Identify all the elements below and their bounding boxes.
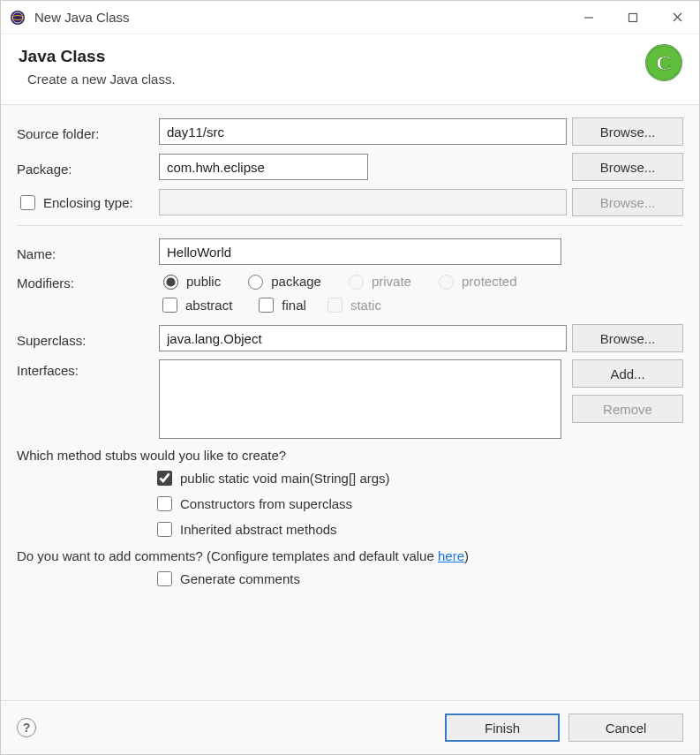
interfaces-list[interactable]	[159, 359, 561, 439]
enclosing-type-checkbox[interactable]: Enclosing type:	[17, 193, 154, 213]
package-input[interactable]	[159, 154, 368, 180]
comments-question: Do you want to add comments? (Configure …	[17, 548, 683, 563]
banner-heading: Java Class	[19, 47, 681, 66]
help-icon[interactable]: ?	[17, 718, 36, 737]
source-folder-label: Source folder:	[17, 123, 154, 141]
finish-button[interactable]: Finish	[445, 713, 560, 742]
source-folder-input[interactable]	[159, 118, 567, 145]
stub-constructors-checkbox[interactable]: Constructors from superclass	[154, 494, 666, 514]
titlebar: New Java Class	[1, 1, 699, 34]
svg-rect-4	[629, 13, 637, 21]
modifier-private-radio: private	[344, 272, 411, 290]
interfaces-add-button[interactable]: Add...	[572, 359, 683, 388]
superclass-label: Superclass:	[17, 329, 154, 348]
class-badge-icon: C	[644, 43, 683, 82]
interfaces-remove-button: Remove	[572, 395, 683, 423]
interfaces-label: Interfaces:	[17, 359, 154, 378]
enclosing-type-label: Enclosing type:	[43, 195, 133, 210]
maximize-button[interactable]	[611, 1, 655, 34]
package-browse-button[interactable]: Browse...	[572, 153, 683, 181]
superclass-browse-button[interactable]: Browse...	[572, 324, 683, 352]
form-body: Source folder: Browse... Package: Browse…	[1, 105, 699, 700]
stub-main-checkbox[interactable]: public static void main(String[] args)	[154, 468, 666, 488]
banner-subtitle: Create a new Java class.	[27, 72, 681, 87]
generate-comments-checkbox[interactable]: Generate comments	[154, 569, 666, 589]
name-input[interactable]	[159, 238, 561, 265]
modifier-abstract-checkbox[interactable]: abstract	[159, 295, 232, 315]
window-title: New Java Class	[34, 10, 130, 25]
name-label: Name:	[17, 243, 154, 261]
modifier-protected-radio: protected	[434, 272, 517, 290]
minimize-button[interactable]	[567, 1, 611, 34]
svg-text:C: C	[656, 51, 671, 74]
superclass-input[interactable]	[159, 325, 567, 351]
stubs-question: Which method stubs would you like to cre…	[17, 448, 683, 463]
cancel-button[interactable]: Cancel	[568, 713, 683, 742]
modifier-final-checkbox[interactable]: final	[255, 295, 306, 315]
modifier-package-radio[interactable]: package	[244, 272, 321, 290]
package-label: Package:	[17, 158, 154, 177]
enclosing-type-checkbox-input[interactable]	[20, 195, 35, 210]
modifiers-label: Modifiers:	[17, 272, 154, 291]
close-button[interactable]	[655, 1, 699, 34]
configure-templates-link[interactable]: here	[438, 548, 464, 563]
dialog-footer: ? Finish Cancel	[1, 700, 699, 754]
enclosing-type-browse-button: Browse...	[572, 188, 683, 216]
modifier-static-checkbox: static	[324, 295, 381, 315]
source-folder-browse-button[interactable]: Browse...	[572, 117, 683, 146]
dialog-banner: Java Class Create a new Java class. C	[1, 34, 699, 105]
separator	[17, 225, 683, 226]
eclipse-icon	[10, 10, 26, 26]
stub-inherited-checkbox[interactable]: Inherited abstract methods	[154, 519, 666, 540]
modifier-public-radio[interactable]: public	[159, 272, 221, 290]
enclosing-type-input	[159, 189, 567, 215]
